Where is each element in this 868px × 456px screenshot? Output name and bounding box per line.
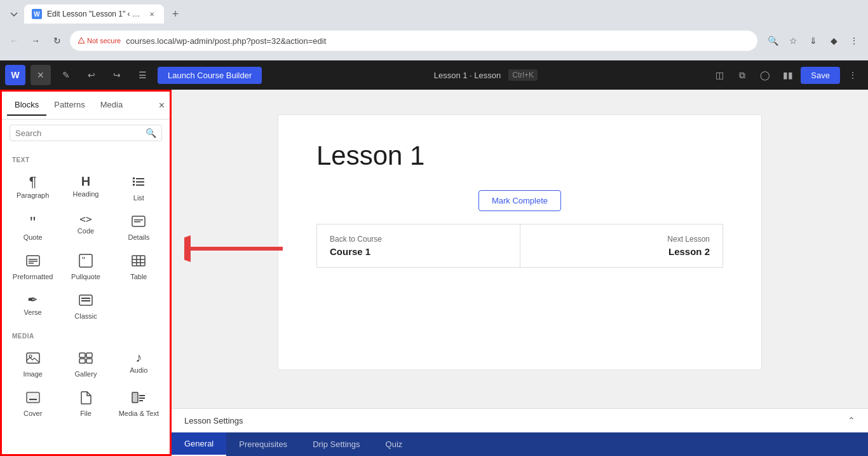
svg-rect-4 (136, 181, 144, 183)
search-input[interactable] (15, 128, 142, 138)
browser-tab-active[interactable]: W Edit Lesson "Lesson 1" ‹ course... ✕ (24, 4, 164, 24)
svg-rect-34 (139, 395, 145, 396)
text-blocks-grid: ¶ Paragraph H Heading List " (2, 166, 170, 328)
back-label: Back to Course (330, 235, 507, 244)
block-item-gallery[interactable]: Gallery (60, 345, 111, 383)
back-btn[interactable]: ← (5, 32, 23, 50)
block-item-quote[interactable]: " Quote (7, 208, 58, 246)
menu-icon[interactable]: ⋮ (845, 32, 863, 50)
tab-patterns[interactable]: Patterns (46, 95, 92, 116)
svg-rect-2 (136, 178, 144, 179)
svg-rect-8 (134, 219, 143, 221)
svg-rect-16 (132, 256, 145, 266)
block-item-audio[interactable]: ♪ Audio (113, 345, 165, 383)
block-item-media-text[interactable]: Media & Text (113, 384, 165, 422)
back-to-course-box[interactable]: Back to Course Course 1 (316, 224, 520, 268)
launch-course-builder-btn[interactable]: Launch Course Builder (158, 67, 262, 84)
list-view-btn[interactable]: ☰ (132, 65, 153, 85)
search-input-wrap[interactable]: 🔍 (10, 125, 162, 141)
svg-rect-5 (133, 184, 135, 186)
block-item-code[interactable]: <> Code (60, 208, 111, 246)
block-item-cover[interactable]: Cover (7, 384, 58, 422)
lesson-title[interactable]: Lesson 1 (316, 141, 723, 171)
main-layout: Blocks Patterns Media × 🔍 TEXT ¶ Paragra… (0, 90, 868, 456)
tools-btn[interactable]: ✎ (56, 65, 76, 85)
block-item-heading[interactable]: H Heading (60, 169, 111, 207)
save-btn[interactable]: Save (801, 67, 840, 84)
gallery-label: Gallery (75, 370, 97, 378)
block-item-image[interactable]: Image (7, 345, 58, 383)
tab-media[interactable]: Media (93, 95, 130, 116)
next-lesson-box[interactable]: Next Lesson Lesson 2 (520, 224, 724, 268)
table-label: Table (130, 273, 147, 280)
code-icon: <> (79, 214, 92, 225)
view-mode-btn[interactable]: ◫ (709, 65, 729, 85)
block-item-file[interactable]: File (60, 384, 111, 422)
block-item-details[interactable]: Details (113, 208, 165, 246)
verse-label: Verse (24, 308, 42, 316)
search-icon[interactable]: 🔍 (764, 32, 782, 50)
mark-complete-btn[interactable]: Mark Complete (478, 190, 561, 211)
new-tab-btn[interactable]: + (166, 5, 184, 23)
svg-rect-13 (29, 263, 34, 264)
block-item-verse[interactable]: ✒ Verse (7, 287, 58, 325)
sidebar-close-btn[interactable]: × (159, 100, 165, 111)
svg-rect-33 (132, 392, 138, 403)
svg-point-25 (29, 355, 32, 357)
block-item-list[interactable]: List (113, 169, 165, 207)
post-title: Lesson 1 · Lesson (434, 71, 501, 80)
refresh-btn[interactable]: ↻ (48, 32, 66, 50)
sidebar-tab-bar: Blocks Patterns Media × (2, 92, 170, 120)
redo-btn[interactable]: ↪ (107, 65, 127, 85)
settings-tab-prerequisites[interactable]: Prerequisites (226, 432, 300, 456)
close-editor-btn[interactable]: ✕ (31, 65, 51, 85)
heading-icon: H (81, 175, 90, 188)
undo-btn[interactable]: ↩ (81, 65, 102, 85)
media-blocks-grid: Image Gallery ♪ Audio (2, 342, 170, 425)
svg-text:!: ! (81, 39, 81, 43)
address-bar[interactable]: ! Not secure courses.local/wp-admin/post… (70, 31, 757, 51)
wp-logo[interactable]: W (5, 65, 25, 85)
svg-rect-22 (81, 298, 90, 299)
search-icon: 🔍 (146, 128, 156, 138)
wp-icon-btn[interactable]: ◯ (755, 65, 775, 85)
star-icon[interactable]: ☆ (784, 32, 802, 50)
block-item-paragraph[interactable]: ¶ Paragraph (7, 169, 58, 207)
preformatted-icon (26, 254, 40, 270)
code-label: Code (78, 227, 94, 235)
blocks-scroll-area[interactable]: TEXT ¶ Paragraph H Heading List (2, 146, 170, 454)
settings-tab-quiz[interactable]: Quiz (373, 432, 416, 456)
download-icon[interactable]: ⇓ (804, 32, 822, 50)
svg-rect-11 (29, 259, 37, 260)
wp-right-tools: ◫ ⧉ ◯ ▮▮ Save ⋮ (709, 65, 863, 85)
classic-icon (79, 293, 93, 310)
media-text-label: Media & Text (119, 410, 159, 417)
settings-panel-btn[interactable]: ▮▮ (778, 65, 798, 85)
text-section-label: TEXT (2, 151, 170, 166)
svg-rect-28 (79, 359, 85, 363)
tab-blocks[interactable]: Blocks (7, 95, 46, 116)
svg-rect-26 (79, 353, 85, 357)
block-item-classic[interactable]: Classic (60, 287, 111, 325)
preview-btn[interactable]: ⧉ (732, 65, 752, 85)
settings-tabs-bar: General Prerequisites Drip Settings Quiz (172, 432, 868, 456)
block-item-table[interactable]: Table (113, 247, 165, 286)
kebab-menu-btn[interactable]: ⋮ (843, 65, 863, 85)
settings-tab-drip[interactable]: Drip Settings (300, 432, 372, 456)
block-inserter-sidebar: Blocks Patterns Media × 🔍 TEXT ¶ Paragra… (0, 90, 172, 456)
forward-btn[interactable]: → (27, 32, 44, 50)
tab-close-btn[interactable]: ✕ (148, 9, 156, 19)
block-item-preformatted[interactable]: Preformatted (7, 247, 58, 286)
classic-label: Classic (74, 312, 97, 320)
block-item-pullquote[interactable]: " Pullquote (60, 247, 111, 286)
editor-card: Lesson 1 Mark Complete Back to Course Co… (278, 115, 761, 370)
url-text: courses.local/wp-admin/post.php?post=32&… (126, 36, 326, 46)
settings-toggle-btn[interactable]: ⌃ (848, 415, 855, 425)
settings-tab-general[interactable]: General (172, 432, 226, 456)
settings-header: Lesson Settings ⌃ (172, 409, 868, 432)
extension-icon[interactable]: ◆ (825, 32, 843, 50)
browser-chrome: W Edit Lesson "Lesson 1" ‹ course... ✕ +… (0, 0, 868, 60)
back-title: Course 1 (330, 246, 507, 257)
expand-tab-btn[interactable] (5, 5, 23, 23)
table-icon (132, 254, 146, 270)
